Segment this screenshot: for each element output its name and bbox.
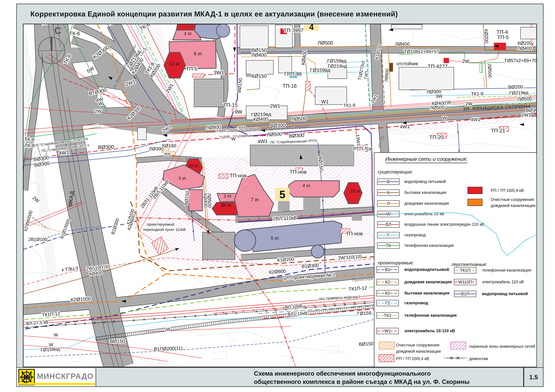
map-label: ТП-21 <box>491 128 505 134</box>
legend-block-treatment <box>467 199 482 206</box>
building <box>176 24 197 30</box>
map-label: ЛØ500 <box>267 131 282 137</box>
map-label: ВØ150 <box>110 338 125 344</box>
topo-line <box>392 132 459 137</box>
legend-line-swatch: В1П <box>454 291 476 297</box>
map-label: ЛØ500 <box>517 96 532 102</box>
hatch-swatch <box>450 342 466 349</box>
legend-swatch-В: В <box>377 178 400 185</box>
drawing-title: Схема инженерного обеспечения многофункц… <box>254 369 470 386</box>
legend-label-Г: газопровод <box>404 233 426 237</box>
drawing-title-line2: общественного комплекса в районе съезда … <box>254 378 470 386</box>
map-label: 4W1 <box>400 124 410 129</box>
map-label: 2W1 <box>521 112 531 118</box>
svg-text:ВЛ: ВЛ <box>386 222 391 227</box>
legend-hatch-red <box>379 354 394 362</box>
substation-hatched-box <box>192 74 204 77</box>
topo-line <box>258 84 280 101</box>
footer-sheet-cell: 1.5 <box>524 367 543 387</box>
utility-line <box>365 24 370 107</box>
map-label: ВØ150 <box>359 341 374 347</box>
demolition-symbol-icon <box>444 354 467 362</box>
company-name: МИНСКГРАДО <box>37 372 94 380</box>
legend-line-swatch: В1 <box>377 267 398 272</box>
map-label: ГØ159нд <box>40 346 60 353</box>
map-label: ГØ159вд <box>310 67 330 73</box>
map-label: ТК1-8 <box>343 103 355 108</box>
legend-panel: Инженерные сети и сооружения: существующ… <box>374 152 537 367</box>
legend-line-swatch: ТК1 <box>377 313 398 318</box>
legend-label-В: водопровод питьевой <box>404 179 446 184</box>
legend-swatch-К1: К1 <box>376 290 399 296</box>
substation-box <box>480 63 483 72</box>
map-label: 2ВЛ-110кВ <box>273 215 297 221</box>
building <box>520 27 537 39</box>
map-label: 12 эт. <box>169 61 180 66</box>
utility-line <box>23 314 374 350</box>
svg-text:В1П: В1П <box>461 292 469 296</box>
legend-section-existing: существующие: <box>378 169 413 175</box>
map-label: ЛØ500 <box>487 64 493 78</box>
map-label: ВØ300 <box>526 107 537 113</box>
svg-text:К1: К1 <box>385 291 390 296</box>
building <box>289 181 339 197</box>
map-label: ЛØ500 <box>206 193 212 208</box>
utility-line <box>484 75 484 88</box>
map-label: 4W1 <box>58 150 69 156</box>
topo-line <box>29 246 44 302</box>
legend-swatch-Г: Г <box>377 232 400 238</box>
map-label: 4 эт. <box>303 183 311 188</box>
map-label: 13W1 <box>355 134 361 146</box>
flow-arrow-icon <box>389 29 393 31</box>
building-round-part <box>216 24 230 37</box>
legend-line-swatch: W <box>378 211 399 217</box>
map-label: 3W <box>435 93 443 99</box>
map-label: ВЛ1-10кВ <box>287 311 307 317</box>
legend-demolition-symbol <box>444 354 467 362</box>
map-label: 10 эт. <box>188 163 199 168</box>
map-label: 15 эт. <box>351 189 361 193</box>
map-label: 7 эт. <box>251 197 260 202</box>
map-label: ТП-3997 <box>284 27 304 33</box>
svg-text:W: W <box>386 212 390 216</box>
map-label: ТК1П-12 <box>348 285 367 292</box>
map-label: W <box>166 327 171 332</box>
plaza <box>278 201 290 211</box>
legend-hatch-label: Очистные сооружения <box>396 343 439 347</box>
map-label: лос <box>164 151 171 156</box>
map-label: КØ160 <box>162 143 176 148</box>
map-label: ГРП-98 <box>284 71 302 77</box>
utility-line <box>485 61 487 88</box>
hatch-swatch <box>379 342 395 349</box>
legend-swatch-К: К <box>377 190 400 196</box>
footer-title-cell: Схема инженерного обеспечения многофункц… <box>96 367 524 387</box>
map-label: 2W <box>95 109 102 114</box>
legend-line-swatch: ТК1П <box>454 268 476 273</box>
building <box>278 57 292 73</box>
map-label: ГØ219нд <box>328 64 347 69</box>
map-label: 3 эт. <box>184 31 192 36</box>
map-label: 4W1 <box>471 117 481 122</box>
legend-title: Инженерные сети и сооружения: <box>385 156 467 163</box>
legend-hatch-label: демонтаж <box>469 356 488 361</box>
map-label: ТК1П-12 <box>42 311 60 317</box>
map-label: проектируемый <box>147 222 174 226</box>
building <box>138 128 146 140</box>
map-label: ТП-нов <box>230 173 247 178</box>
legend-block-label2: дождевой канализации <box>491 203 535 208</box>
substation-box <box>389 63 393 72</box>
legend-line-swatch: К <box>378 190 399 195</box>
legend-hatch-label2: дождевой канализации <box>396 349 441 354</box>
utility-line <box>247 79 260 90</box>
map-label: ТП-16 <box>283 83 297 89</box>
legend-hatch-orange <box>379 342 395 349</box>
topo-line <box>196 331 347 353</box>
legend-label-W: электрокабель 10 кВ <box>404 212 444 216</box>
map-label: В1ПØ200(11) <box>154 346 183 352</box>
map-label: 4 <box>309 24 314 31</box>
map-label: 9W <box>235 109 242 114</box>
map-label: 5 <box>279 188 285 200</box>
legend-label-В1: водопроводпитьевой <box>404 267 449 272</box>
legend-label-Л: дождевая канализация <box>404 201 449 206</box>
legend-label-ТК1П: телефонная канализация <box>482 268 531 272</box>
